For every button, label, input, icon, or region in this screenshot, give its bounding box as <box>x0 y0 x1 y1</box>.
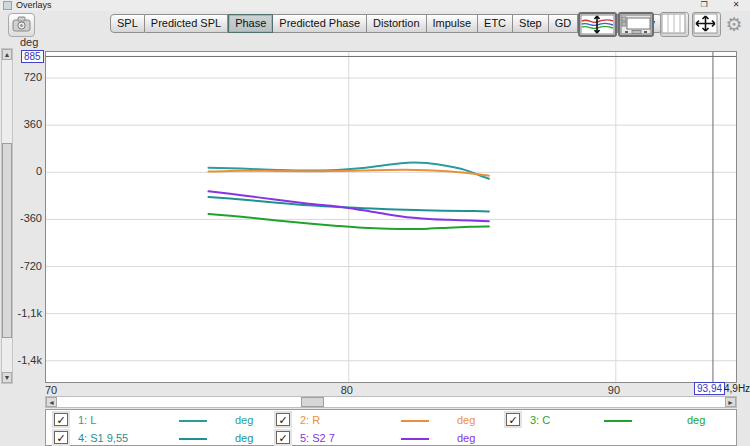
legend-label-C[interactable]: 3: C <box>530 414 550 426</box>
y-cursor-readout: 885 <box>21 50 44 63</box>
y-tick-label: 360 <box>14 118 42 130</box>
legend-line-swatch-C <box>604 420 632 422</box>
x-tick-label: 90 <box>608 384 620 396</box>
tab-predicted-phase[interactable]: Predicted Phase <box>273 14 367 33</box>
y-tick-label: -720 <box>14 260 42 272</box>
graph-limits-icon <box>580 14 615 35</box>
tab-impulse[interactable]: Impulse <box>427 14 479 33</box>
legend-label-L[interactable]: 1: L <box>78 414 96 426</box>
scroll-right-arrow-icon[interactable]: ► <box>725 397 736 407</box>
y-scroll-thumb[interactable] <box>2 143 12 338</box>
x-tick-label: 70 <box>45 384 57 396</box>
scroll-down-arrow-icon[interactable]: ▼ <box>2 372 12 383</box>
maximize-button[interactable]: ❒ <box>698 0 710 10</box>
scroll-left-arrow-icon[interactable]: ◄ <box>46 397 57 407</box>
legend-checkbox-L[interactable]: ✓ <box>54 413 68 426</box>
legend-line-swatch-S2 <box>401 438 429 440</box>
tab-step[interactable]: Step <box>513 14 549 33</box>
legend-checkbox-C[interactable]: ✓ <box>506 413 520 426</box>
tab-distortion[interactable]: Distortion <box>367 14 426 33</box>
legend-line-swatch-L <box>179 420 207 422</box>
legend-unit-L: deg <box>235 414 253 426</box>
tab-etc[interactable]: ETC <box>478 14 513 33</box>
scrollbars-icon <box>620 14 652 35</box>
y-tick-label: 720 <box>14 71 42 83</box>
title-bar: Overlays ❒ ✕ <box>0 0 750 11</box>
legend-unit-R: deg <box>457 414 475 426</box>
y-tick-label: -1,4k <box>14 354 42 366</box>
phase-chart <box>46 52 736 382</box>
legend-checkbox-S1[interactable]: ✓ <box>54 431 68 444</box>
frequency-bands-icon <box>661 13 686 34</box>
legend-line-swatch-S1 <box>179 438 207 440</box>
close-button[interactable]: ✕ <box>730 0 742 10</box>
legend-label-S1[interactable]: 4: S1 9,55 <box>78 432 128 444</box>
scroll-up-arrow-icon[interactable]: ▲ <box>2 49 12 60</box>
four-way-arrow-icon <box>693 13 718 34</box>
y-axis-scrollbar[interactable]: ▲ ▼ <box>1 48 13 384</box>
pan-axes-button[interactable] <box>692 12 721 37</box>
y-tick-label: -1,1k <box>14 307 42 319</box>
x-tick-label: 80 <box>341 384 353 396</box>
capture-graph-button[interactable] <box>8 13 35 37</box>
legend-checkbox-R[interactable]: ✓ <box>276 413 290 426</box>
y-axis-unit-label: deg <box>20 36 38 48</box>
legend-unit-C: deg <box>687 414 705 426</box>
app-icon <box>3 1 12 10</box>
legend-checkbox-S2[interactable]: ✓ <box>276 431 290 444</box>
scrollbars-toggle-button[interactable] <box>618 12 654 37</box>
legend-unit-S2: deg <box>457 432 475 444</box>
window-title: Overlays <box>16 0 52 10</box>
camera-icon <box>9 14 34 36</box>
frequency-bands-button[interactable] <box>660 12 689 37</box>
legend-unit-S1: deg <box>235 432 253 444</box>
measurement-legend: ✓1: Ldeg✓2: Rdeg✓3: Cdeg✓4: S1 9,55deg✓5… <box>45 409 737 446</box>
x-axis-scrollbar[interactable]: ◄ ► <box>45 396 737 408</box>
y-tick-label: -360 <box>14 212 42 224</box>
legend-line-swatch-R <box>401 420 429 422</box>
x-cursor-readout: 93,94 <box>694 382 725 395</box>
graph-limits-button[interactable] <box>578 12 617 37</box>
y-tick-label: 0 <box>14 165 42 177</box>
tab-spl[interactable]: SPL <box>110 14 145 33</box>
tab-gd[interactable]: GD <box>549 14 579 33</box>
x-axis-max-label: 4,9Hz <box>724 383 750 394</box>
legend-label-R[interactable]: 2: R <box>300 414 320 426</box>
tab-predicted-spl[interactable]: Predicted SPL <box>145 14 228 33</box>
phase-plot-area[interactable] <box>45 51 737 383</box>
tab-phase[interactable]: Phase <box>228 14 273 33</box>
x-scroll-thumb[interactable] <box>301 397 324 407</box>
overlays-window: Overlays ❒ ✕ deg SPLPredicted SPLPhasePr… <box>0 0 750 446</box>
settings-gear-icon[interactable]: ⚙ <box>722 13 746 37</box>
legend-label-S2[interactable]: 5: S2 7 <box>300 432 335 444</box>
